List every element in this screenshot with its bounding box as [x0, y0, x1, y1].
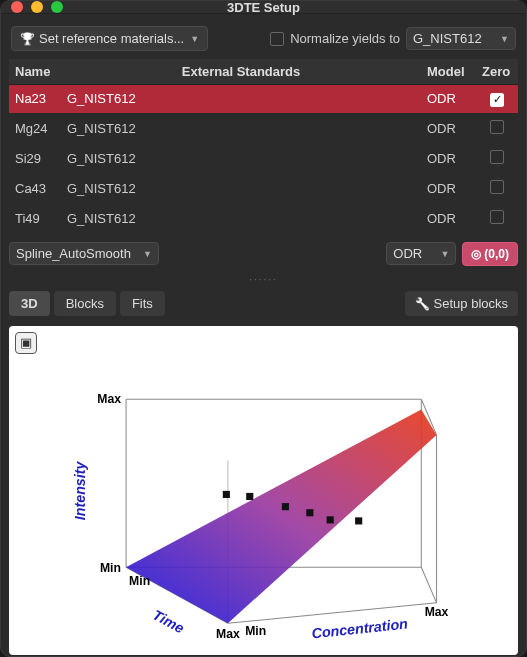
cube-icon	[20, 335, 32, 350]
svg-rect-14	[327, 516, 334, 523]
zero-label: (0,0)	[484, 247, 509, 261]
tab-3d[interactable]: 3D	[9, 291, 50, 316]
table-row[interactable]: Ca43G_NIST612ODR	[9, 173, 518, 203]
close-button[interactable]	[11, 1, 23, 13]
x-min-tick: Min	[129, 573, 150, 587]
cell-model: ODR	[421, 143, 476, 173]
svg-rect-12	[282, 503, 289, 510]
cell-zero	[476, 203, 518, 233]
window-title: 3DTE Setup	[1, 0, 526, 15]
zero-checkbox[interactable]	[490, 120, 504, 134]
titlebar: 3DTE Setup	[1, 1, 526, 14]
z-max-tick: Max	[97, 392, 121, 406]
model-select-value: ODR	[393, 246, 422, 261]
x-axis-label: Time	[150, 606, 187, 636]
y-max-tick: Max	[425, 605, 449, 619]
zero-checkbox[interactable]	[490, 150, 504, 164]
y-axis-label: Concentration	[311, 615, 409, 641]
col-header-name[interactable]: Name	[9, 59, 61, 85]
cell-model: ODR	[421, 203, 476, 233]
cell-zero	[476, 113, 518, 143]
plot-view-toggle[interactable]	[15, 332, 37, 354]
cell-model: ODR	[421, 85, 476, 114]
svg-rect-13	[306, 509, 313, 516]
x-max-tick: Max	[216, 627, 240, 641]
maximize-button[interactable]	[51, 1, 63, 13]
normalize-select-value: G_NIST612	[413, 31, 482, 46]
z-min-tick: Min	[100, 561, 121, 575]
chevron-down-icon: ▼	[143, 249, 152, 259]
set-reference-materials-button[interactable]: Set reference materials... ▼	[11, 26, 208, 51]
cell-zero	[476, 143, 518, 173]
cell-std: G_NIST612	[61, 143, 421, 173]
window-controls	[11, 1, 63, 13]
chevron-down-icon: ▼	[190, 34, 199, 44]
wrench-icon	[415, 296, 430, 311]
tab-bar: 3DBlocksFits Setup blocks	[9, 289, 518, 322]
trophy-icon	[20, 31, 35, 46]
cell-std: G_NIST612	[61, 85, 421, 114]
chevron-down-icon: ▼	[500, 34, 509, 44]
svg-rect-15	[355, 517, 362, 524]
model-select[interactable]: ODR ▼	[386, 242, 456, 265]
plot-3d-svg: Max Min Min Max Min Max Intensity Time C…	[9, 326, 518, 656]
table-header-row: Name External Standards Model Zero	[9, 59, 518, 85]
cell-zero	[476, 173, 518, 203]
app-window: 3DTE Setup Set reference materials... ▼ …	[0, 0, 527, 657]
cell-name: Ca43	[9, 173, 61, 203]
zero-origin-button[interactable]: (0,0)	[462, 242, 518, 266]
col-header-zero[interactable]: Zero	[476, 59, 518, 85]
content-area: Set reference materials... ▼ Normalize y…	[1, 14, 526, 657]
top-toolbar: Set reference materials... ▼ Normalize y…	[9, 22, 518, 55]
spline-select-value: Spline_AutoSmooth	[16, 246, 131, 261]
z-axis-label: Intensity	[72, 460, 88, 520]
surface-plane	[126, 409, 436, 623]
zero-checkbox[interactable]	[490, 180, 504, 194]
col-header-model[interactable]: Model	[421, 59, 476, 85]
cell-name: Si29	[9, 143, 61, 173]
standards-table: Name External Standards Model Zero Na23G…	[9, 59, 518, 234]
spline-select[interactable]: Spline_AutoSmooth ▼	[9, 242, 159, 265]
cell-name: Ti49	[9, 203, 61, 233]
splitter-handle[interactable]: ∙∙∙∙∙∙	[9, 274, 518, 285]
plot-3d-area[interactable]: Max Min Min Max Min Max Intensity Time C…	[9, 326, 518, 656]
setup-blocks-button[interactable]: Setup blocks	[405, 291, 518, 316]
svg-line-6	[421, 567, 436, 603]
table-row[interactable]: Na23G_NIST612ODR✓	[9, 85, 518, 114]
normalize-select[interactable]: G_NIST612 ▼	[406, 27, 516, 50]
col-header-ext-std[interactable]: External Standards	[61, 59, 421, 85]
cell-model: ODR	[421, 173, 476, 203]
chevron-down-icon: ▼	[440, 249, 449, 259]
y-min-tick: Min	[245, 624, 266, 638]
table-row[interactable]: Ti49G_NIST612ODR	[9, 203, 518, 233]
target-icon	[471, 247, 481, 261]
svg-rect-10	[223, 490, 230, 497]
cell-std: G_NIST612	[61, 203, 421, 233]
zero-checkbox[interactable]: ✓	[490, 93, 504, 107]
normalize-checkbox[interactable]	[270, 32, 284, 46]
svg-rect-11	[246, 492, 253, 499]
tab-fits[interactable]: Fits	[120, 291, 165, 316]
minimize-button[interactable]	[31, 1, 43, 13]
table-row[interactable]: Si29G_NIST612ODR	[9, 143, 518, 173]
cell-std: G_NIST612	[61, 113, 421, 143]
cell-model: ODR	[421, 113, 476, 143]
table-row[interactable]: Mg24G_NIST612ODR	[9, 113, 518, 143]
normalize-label: Normalize yields to	[290, 31, 400, 46]
cell-name: Mg24	[9, 113, 61, 143]
cell-name: Na23	[9, 85, 61, 114]
set-ref-label: Set reference materials...	[39, 31, 184, 46]
setup-blocks-label: Setup blocks	[434, 296, 508, 311]
fit-toolbar: Spline_AutoSmooth ▼ ODR ▼ (0,0)	[9, 238, 518, 270]
cell-zero: ✓	[476, 85, 518, 114]
zero-checkbox[interactable]	[490, 210, 504, 224]
tab-blocks[interactable]: Blocks	[54, 291, 116, 316]
cell-std: G_NIST612	[61, 173, 421, 203]
